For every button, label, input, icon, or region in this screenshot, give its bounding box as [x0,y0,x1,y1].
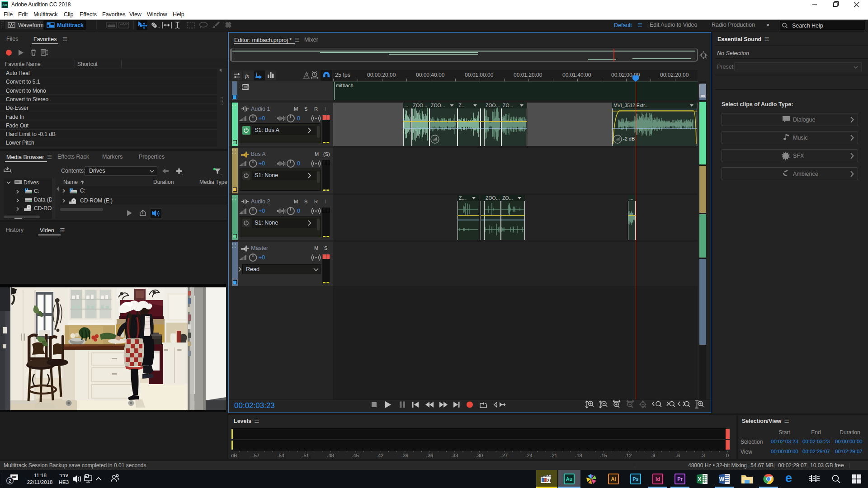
svg-text:22/11/2018: 22/11/2018 [27,479,53,485]
svg-text:Waveform: Waveform [18,22,44,28]
svg-text:Multitrack: Multitrack [57,22,84,28]
svg-text:11:18: 11:18 [34,473,47,478]
svg-text:2: 2 [9,478,11,483]
svg-text:עבר: עבר [59,473,68,478]
svg-text:HE3: HE3 [59,479,69,485]
svg-text:W: W [719,476,725,483]
svg-text:21: 21 [547,479,552,483]
svg-text:X: X [698,476,701,483]
